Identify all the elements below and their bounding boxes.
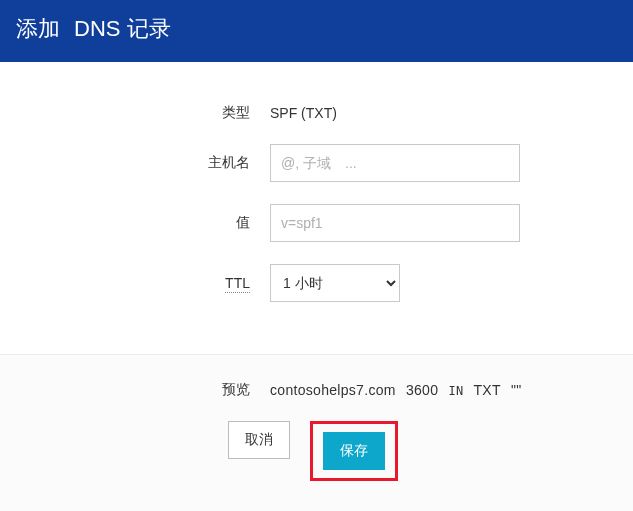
value-input[interactable] xyxy=(270,204,520,242)
button-row: 取消 保存 xyxy=(40,421,593,481)
label-value: 值 xyxy=(40,214,270,232)
row-value: 值 xyxy=(40,204,593,242)
preview-value: contosohelps7.com 3600 IN TXT "" xyxy=(270,382,528,398)
label-type: 类型 xyxy=(40,104,270,122)
cancel-button[interactable]: 取消 xyxy=(228,421,290,459)
preview-rrtype: TXT xyxy=(474,382,501,398)
dns-form: 类型 SPF (TXT) 主机名 值 TTL 1 小时 xyxy=(0,62,633,354)
row-host: 主机名 xyxy=(40,144,593,182)
save-highlight: 保存 xyxy=(310,421,398,481)
preview-ttl: 3600 xyxy=(406,382,438,398)
preview-class: IN xyxy=(449,384,464,398)
row-type: 类型 SPF (TXT) xyxy=(40,104,593,122)
preview-domain: contosohelps7.com xyxy=(270,382,396,398)
preview-row: 预览 contosohelps7.com 3600 IN TXT "" xyxy=(40,381,593,399)
row-ttl: TTL 1 小时 xyxy=(40,264,593,302)
type-value: SPF (TXT) xyxy=(270,105,520,121)
label-ttl: TTL xyxy=(40,275,270,291)
page-title: 添加DNS 记录 xyxy=(16,14,617,44)
ttl-select[interactable]: 1 小时 xyxy=(270,264,400,302)
title-prefix: 添加 xyxy=(16,16,60,41)
page-header: 添加DNS 记录 xyxy=(0,0,633,62)
save-button[interactable]: 保存 xyxy=(323,432,385,470)
form-footer: 预览 contosohelps7.com 3600 IN TXT "" 取消 保… xyxy=(0,354,633,511)
label-preview: 预览 xyxy=(40,381,270,399)
preview-data: "" xyxy=(511,382,522,398)
label-host: 主机名 xyxy=(40,154,270,172)
host-input[interactable] xyxy=(270,144,520,182)
title-rest: DNS 记录 xyxy=(74,16,171,41)
